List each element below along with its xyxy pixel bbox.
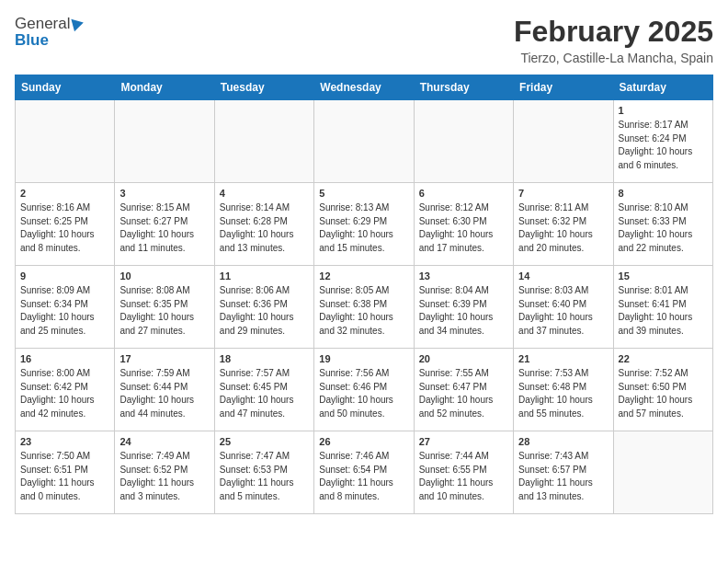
day-number: 19 — [319, 352, 408, 366]
day-info: Sunrise: 8:03 AM Sunset: 6:40 PM Dayligh… — [518, 284, 608, 338]
day-number: 8 — [619, 187, 708, 201]
page-header: General Blue February 2025 Tierzo, Casti… — [15, 15, 713, 65]
day-info: Sunrise: 8:06 AM Sunset: 6:36 PM Dayligh… — [220, 284, 309, 338]
weekday-header-thursday: Thursday — [414, 75, 513, 100]
calendar-cell: 12Sunrise: 8:05 AM Sunset: 6:38 PM Dayli… — [314, 266, 414, 349]
calendar-cell: 3Sunrise: 8:15 AM Sunset: 6:27 PM Daylig… — [115, 183, 214, 266]
calendar-cell — [16, 100, 115, 183]
calendar-week-1: 1Sunrise: 8:17 AM Sunset: 6:24 PM Daylig… — [16, 100, 713, 183]
day-info: Sunrise: 7:50 AM Sunset: 6:51 PM Dayligh… — [20, 450, 109, 503]
day-number: 4 — [220, 187, 309, 201]
logo-general-text: General — [15, 15, 70, 33]
calendar-cell — [514, 100, 613, 183]
day-info: Sunrise: 8:01 AM Sunset: 6:41 PM Dayligh… — [619, 284, 708, 338]
calendar-cell: 15Sunrise: 8:01 AM Sunset: 6:41 PM Dayli… — [613, 266, 712, 349]
day-info: Sunrise: 7:59 AM Sunset: 6:44 PM Dayligh… — [119, 367, 209, 420]
day-info: Sunrise: 8:16 AM Sunset: 6:25 PM Dayligh… — [20, 201, 109, 255]
calendar-cell — [414, 100, 513, 183]
day-number: 13 — [419, 270, 508, 283]
calendar-cell — [214, 100, 313, 183]
day-info: Sunrise: 8:08 AM Sunset: 6:35 PM Dayligh… — [119, 284, 209, 338]
day-info: Sunrise: 8:04 AM Sunset: 6:39 PM Dayligh… — [419, 284, 508, 338]
weekday-header-sunday: Sunday — [16, 75, 115, 100]
calendar-cell: 27Sunrise: 7:44 AM Sunset: 6:55 PM Dayli… — [414, 431, 513, 514]
day-number: 6 — [419, 187, 508, 201]
calendar-header-row: SundayMondayTuesdayWednesdayThursdayFrid… — [16, 75, 713, 100]
location: Tierzo, Castille-La Mancha, Spain — [514, 51, 713, 65]
day-number: 28 — [518, 435, 608, 449]
day-info: Sunrise: 7:57 AM Sunset: 6:45 PM Dayligh… — [220, 367, 309, 420]
day-number: 16 — [20, 352, 109, 366]
day-info: Sunrise: 8:17 AM Sunset: 6:24 PM Dayligh… — [619, 119, 708, 172]
calendar-cell: 21Sunrise: 7:53 AM Sunset: 6:48 PM Dayli… — [514, 349, 613, 431]
calendar-cell: 18Sunrise: 7:57 AM Sunset: 6:45 PM Dayli… — [214, 349, 313, 431]
day-info: Sunrise: 8:13 AM Sunset: 6:29 PM Dayligh… — [319, 201, 408, 255]
calendar-week-3: 9Sunrise: 8:09 AM Sunset: 6:34 PM Daylig… — [16, 266, 713, 349]
day-number: 25 — [220, 435, 309, 449]
calendar-cell — [115, 100, 214, 183]
day-number: 1 — [619, 104, 708, 118]
day-number: 24 — [119, 435, 209, 449]
calendar-cell: 10Sunrise: 8:08 AM Sunset: 6:35 PM Dayli… — [115, 266, 214, 349]
day-info: Sunrise: 7:44 AM Sunset: 6:55 PM Dayligh… — [419, 450, 508, 503]
calendar-cell — [613, 431, 712, 514]
day-number: 22 — [619, 352, 708, 366]
calendar-cell: 16Sunrise: 8:00 AM Sunset: 6:42 PM Dayli… — [16, 349, 115, 431]
calendar-cell: 8Sunrise: 8:10 AM Sunset: 6:33 PM Daylig… — [613, 183, 712, 266]
calendar-cell: 22Sunrise: 7:52 AM Sunset: 6:50 PM Dayli… — [613, 349, 712, 431]
logo: General Blue — [15, 15, 84, 50]
day-info: Sunrise: 8:14 AM Sunset: 6:28 PM Dayligh… — [220, 201, 309, 255]
day-info: Sunrise: 8:15 AM Sunset: 6:27 PM Dayligh… — [119, 201, 209, 255]
day-info: Sunrise: 7:43 AM Sunset: 6:57 PM Dayligh… — [518, 450, 608, 503]
calendar-cell: 28Sunrise: 7:43 AM Sunset: 6:57 PM Dayli… — [514, 431, 613, 514]
weekday-header-friday: Friday — [514, 75, 613, 100]
day-info: Sunrise: 7:46 AM Sunset: 6:54 PM Dayligh… — [319, 450, 408, 503]
day-number: 17 — [119, 352, 209, 366]
day-number: 14 — [518, 270, 608, 283]
day-number: 5 — [319, 187, 408, 201]
calendar-cell: 6Sunrise: 8:12 AM Sunset: 6:30 PM Daylig… — [414, 183, 513, 266]
calendar-cell: 4Sunrise: 8:14 AM Sunset: 6:28 PM Daylig… — [214, 183, 313, 266]
day-info: Sunrise: 7:53 AM Sunset: 6:48 PM Dayligh… — [518, 367, 608, 420]
day-info: Sunrise: 8:11 AM Sunset: 6:32 PM Dayligh… — [518, 201, 608, 255]
day-info: Sunrise: 7:47 AM Sunset: 6:53 PM Dayligh… — [220, 450, 309, 503]
weekday-header-monday: Monday — [115, 75, 214, 100]
calendar-cell: 11Sunrise: 8:06 AM Sunset: 6:36 PM Dayli… — [214, 266, 313, 349]
day-number: 10 — [119, 270, 209, 283]
logo-blue-text: Blue — [15, 31, 49, 50]
day-number: 2 — [20, 187, 109, 201]
day-number: 18 — [220, 352, 309, 366]
calendar-cell — [314, 100, 414, 183]
day-number: 21 — [518, 352, 608, 366]
day-info: Sunrise: 7:49 AM Sunset: 6:52 PM Dayligh… — [119, 450, 209, 503]
day-info: Sunrise: 8:05 AM Sunset: 6:38 PM Dayligh… — [319, 284, 408, 338]
day-number: 27 — [419, 435, 508, 449]
calendar-week-4: 16Sunrise: 8:00 AM Sunset: 6:42 PM Dayli… — [16, 349, 713, 431]
calendar-cell: 25Sunrise: 7:47 AM Sunset: 6:53 PM Dayli… — [214, 431, 313, 514]
day-number: 12 — [319, 270, 408, 283]
day-info: Sunrise: 8:00 AM Sunset: 6:42 PM Dayligh… — [20, 367, 109, 420]
day-number: 23 — [20, 435, 109, 449]
calendar-cell: 5Sunrise: 8:13 AM Sunset: 6:29 PM Daylig… — [314, 183, 414, 266]
day-number: 26 — [319, 435, 408, 449]
calendar-cell: 19Sunrise: 7:56 AM Sunset: 6:46 PM Dayli… — [314, 349, 414, 431]
day-number: 11 — [220, 270, 309, 283]
calendar-cell: 14Sunrise: 8:03 AM Sunset: 6:40 PM Dayli… — [514, 266, 613, 349]
weekday-header-wednesday: Wednesday — [314, 75, 414, 100]
calendar-cell: 20Sunrise: 7:55 AM Sunset: 6:47 PM Dayli… — [414, 349, 513, 431]
calendar-cell: 24Sunrise: 7:49 AM Sunset: 6:52 PM Dayli… — [115, 431, 214, 514]
calendar-cell: 7Sunrise: 8:11 AM Sunset: 6:32 PM Daylig… — [514, 183, 613, 266]
calendar-cell: 26Sunrise: 7:46 AM Sunset: 6:54 PM Dayli… — [314, 431, 414, 514]
calendar-week-2: 2Sunrise: 8:16 AM Sunset: 6:25 PM Daylig… — [16, 183, 713, 266]
calendar-cell: 1Sunrise: 8:17 AM Sunset: 6:24 PM Daylig… — [613, 100, 712, 183]
day-info: Sunrise: 8:12 AM Sunset: 6:30 PM Dayligh… — [419, 201, 508, 255]
weekday-header-saturday: Saturday — [613, 75, 712, 100]
day-number: 3 — [119, 187, 209, 201]
day-info: Sunrise: 7:56 AM Sunset: 6:46 PM Dayligh… — [319, 367, 408, 420]
day-info: Sunrise: 7:52 AM Sunset: 6:50 PM Dayligh… — [619, 367, 708, 420]
month-year: February 2025 — [514, 15, 713, 49]
calendar-cell: 13Sunrise: 8:04 AM Sunset: 6:39 PM Dayli… — [414, 266, 513, 349]
calendar-cell: 9Sunrise: 8:09 AM Sunset: 6:34 PM Daylig… — [16, 266, 115, 349]
calendar-cell: 2Sunrise: 8:16 AM Sunset: 6:25 PM Daylig… — [16, 183, 115, 266]
calendar-cell: 23Sunrise: 7:50 AM Sunset: 6:51 PM Dayli… — [16, 431, 115, 514]
